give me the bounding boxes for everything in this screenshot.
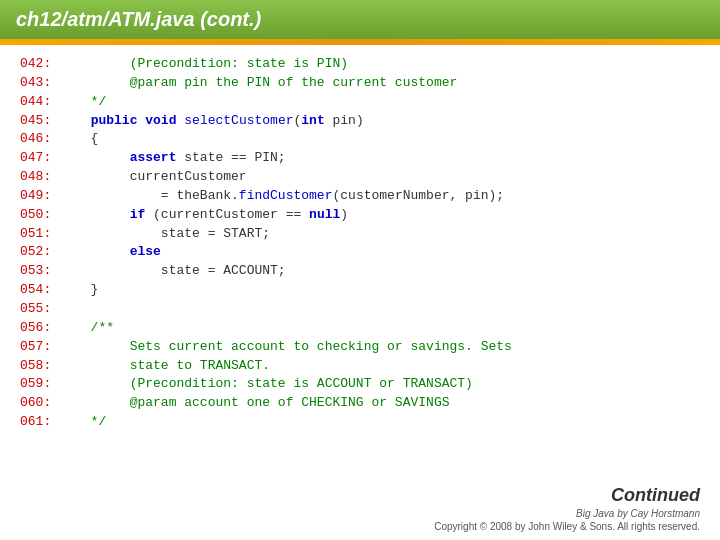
table-row: 049: = theBank.findCustomer(customerNumb… (20, 187, 700, 206)
table-row: 060: @param account one of CHECKING or S… (20, 394, 700, 413)
line-number: 043: (20, 74, 67, 93)
table-row: 051: state = START; (20, 225, 700, 244)
line-code: @param pin the PIN of the current custom… (67, 74, 700, 93)
line-number: 048: (20, 168, 67, 187)
line-code: } (67, 281, 700, 300)
line-code: */ (67, 413, 700, 432)
line-number: 060: (20, 394, 67, 413)
line-code: (Precondition: state is ACCOUNT or TRANS… (67, 375, 700, 394)
line-number: 058: (20, 357, 67, 376)
line-number: 045: (20, 112, 67, 131)
line-number: 044: (20, 93, 67, 112)
line-code: Sets current account to checking or savi… (67, 338, 700, 357)
copyright-line2: Copyright © 2008 by John Wiley & Sons. A… (434, 521, 700, 532)
table-row: 055: (20, 300, 700, 319)
table-row: 057: Sets current account to checking or… (20, 338, 700, 357)
line-number: 059: (20, 375, 67, 394)
line-number: 057: (20, 338, 67, 357)
continued-label: Continued (434, 485, 700, 506)
line-code: state = ACCOUNT; (67, 262, 700, 281)
line-number: 053: (20, 262, 67, 281)
line-code: = theBank.findCustomer(customerNumber, p… (67, 187, 700, 206)
table-row: 053: state = ACCOUNT; (20, 262, 700, 281)
title-text: ch12/atm/ATM.java (cont.) (16, 8, 261, 31)
line-number: 056: (20, 319, 67, 338)
table-row: 046: { (20, 130, 700, 149)
table-row: 047: assert state == PIN; (20, 149, 700, 168)
line-code: state = START; (67, 225, 700, 244)
line-number: 051: (20, 225, 67, 244)
line-code: @param account one of CHECKING or SAVING… (67, 394, 700, 413)
code-table: 042: (Precondition: state is PIN)043: @p… (20, 55, 700, 432)
table-row: 044: */ (20, 93, 700, 112)
table-row: 061: */ (20, 413, 700, 432)
table-row: 058: state to TRANSACT. (20, 357, 700, 376)
table-row: 048: currentCustomer (20, 168, 700, 187)
table-row: 045: public void selectCustomer(int pin) (20, 112, 700, 131)
content-area: 042: (Precondition: state is PIN)043: @p… (0, 45, 720, 442)
copyright-line1: Big Java by Cay Horstmann (434, 508, 700, 519)
table-row: 052: else (20, 243, 700, 262)
line-code: public void selectCustomer(int pin) (67, 112, 700, 131)
table-row: 059: (Precondition: state is ACCOUNT or … (20, 375, 700, 394)
line-number: 050: (20, 206, 67, 225)
line-number: 055: (20, 300, 67, 319)
line-code: currentCustomer (67, 168, 700, 187)
line-number: 042: (20, 55, 67, 74)
line-code: { (67, 130, 700, 149)
table-row: 043: @param pin the PIN of the current c… (20, 74, 700, 93)
line-code: assert state == PIN; (67, 149, 700, 168)
line-code: if (currentCustomer == null) (67, 206, 700, 225)
line-number: 052: (20, 243, 67, 262)
line-number: 049: (20, 187, 67, 206)
table-row: 054: } (20, 281, 700, 300)
line-number: 054: (20, 281, 67, 300)
table-row: 056: /** (20, 319, 700, 338)
table-row: 050: if (currentCustomer == null) (20, 206, 700, 225)
table-row: 042: (Precondition: state is PIN) (20, 55, 700, 74)
footer-area: Continued Big Java by Cay Horstmann Copy… (434, 485, 700, 532)
line-code: /** (67, 319, 700, 338)
title-bar: ch12/atm/ATM.java (cont.) (0, 0, 720, 39)
line-code: */ (67, 93, 700, 112)
line-number: 047: (20, 149, 67, 168)
line-code: (Precondition: state is PIN) (67, 55, 700, 74)
line-code: state to TRANSACT. (67, 357, 700, 376)
line-number: 061: (20, 413, 67, 432)
line-code: else (67, 243, 700, 262)
line-number: 046: (20, 130, 67, 149)
line-code (67, 300, 700, 319)
